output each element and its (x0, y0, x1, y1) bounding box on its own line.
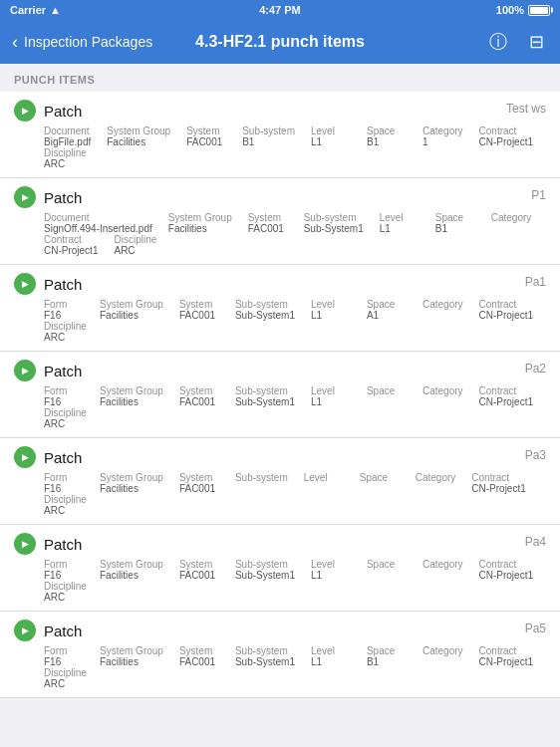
field-group: LevelL1 (311, 559, 351, 581)
field-group: DisciplineARC (44, 147, 87, 169)
field-group: System GroupFacilities (107, 125, 170, 147)
field-group: DisciplineARC (44, 407, 87, 429)
nav-icons: ⓘ ⊟ (486, 30, 548, 54)
patch-fields: FormF16System GroupFacilitiesSystemFAC00… (44, 472, 546, 516)
field-group: SystemFAC001 (179, 299, 219, 321)
back-label: Inspection Packages (24, 34, 152, 50)
field-label: Contract (471, 472, 525, 483)
field-group: System GroupFacilities (168, 212, 232, 234)
field-value: F16 (44, 656, 84, 667)
field-value: FAC001 (179, 483, 219, 494)
field-label: Sub-system (242, 125, 295, 136)
field-label: Discipline (44, 321, 87, 332)
field-label: Sub-system (304, 212, 364, 223)
field-group: System GroupFacilities (100, 299, 163, 321)
patch-fields: FormF16System GroupFacilitiesSystemFAC00… (44, 299, 546, 343)
field-label: Form (44, 385, 84, 396)
field-group: ContractCN-Project1 (471, 472, 525, 494)
field-value: CN-Project1 (479, 310, 533, 321)
field-value: B1 (367, 656, 407, 667)
field-group: Category (491, 212, 532, 234)
patch-id: Pa4 (525, 535, 546, 549)
patch-play-icon (14, 533, 36, 555)
patch-fields: FormF16System GroupFacilitiesSystemFAC00… (44, 645, 546, 689)
patch-card[interactable]: PatchPa5FormF16System GroupFacilitiesSys… (0, 612, 560, 698)
field-group: Sub-systemSub-System1 (235, 299, 295, 321)
field-value: F16 (44, 396, 84, 407)
field-group: FormF16 (44, 385, 84, 407)
patch-card[interactable]: PatchPa1FormF16System GroupFacilitiesSys… (0, 265, 560, 352)
patch-card[interactable]: PatchPa2FormF16System GroupFacilitiesSys… (0, 352, 560, 438)
field-label: Space (367, 385, 407, 396)
field-value: ARC (44, 592, 87, 603)
patch-title: Patch (44, 449, 82, 466)
field-group: SpaceB1 (367, 645, 407, 667)
field-label: Space (367, 299, 407, 310)
info-icon[interactable]: ⓘ (486, 30, 510, 54)
patch-fields: DocumentSignOff.494-Inserted.pdfSystem G… (44, 212, 546, 256)
field-label: Level (304, 472, 344, 483)
back-button[interactable]: ‹ Inspection Packages (12, 33, 152, 51)
field-value: ARC (44, 158, 87, 169)
field-label: Sub-system (235, 385, 295, 396)
field-group: Sub-systemSub-System1 (235, 645, 295, 667)
field-label: Category (422, 125, 463, 136)
patch-card[interactable]: PatchPa4FormF16System GroupFacilitiesSys… (0, 525, 560, 612)
patch-list: PatchTest wsDocumentBigFile.pdfSystem Gr… (0, 92, 560, 698)
field-label: System (179, 299, 219, 310)
field-value: ARC (44, 332, 87, 343)
field-value: SignOff.494-Inserted.pdf (44, 223, 152, 234)
field-value: 1 (422, 136, 463, 147)
patch-card[interactable]: PatchP1DocumentSignOff.494-Inserted.pdfS… (0, 178, 560, 265)
field-label: Level (311, 645, 351, 656)
field-label: Sub-system (235, 299, 295, 310)
field-label: System Group (100, 559, 163, 570)
field-group: SystemFAC001 (248, 212, 288, 234)
battery-percent: 100% (496, 4, 524, 16)
filter-icon[interactable]: ⊟ (524, 31, 548, 53)
field-value: Facilities (100, 656, 163, 667)
status-time: 4:47 PM (259, 4, 301, 16)
section-header: PUNCH ITEMS (0, 64, 560, 92)
field-group: FormF16 (44, 559, 84, 581)
field-value: Facilities (168, 223, 232, 234)
field-value: FAC001 (179, 570, 219, 581)
field-group: Sub-system (235, 472, 288, 494)
field-label: Form (44, 299, 84, 310)
field-label: Category (416, 472, 456, 483)
field-label: System Group (100, 645, 163, 656)
field-label: Form (44, 559, 84, 570)
patch-card[interactable]: PatchPa3FormF16System GroupFacilitiesSys… (0, 438, 560, 525)
field-group: ContractCN-Project1 (479, 299, 533, 321)
field-value: Sub-System1 (304, 223, 364, 234)
field-label: System (179, 472, 219, 483)
nav-title: 4.3-HF2.1 punch items (195, 33, 365, 51)
field-value: ARC (44, 678, 87, 689)
patch-card[interactable]: PatchTest wsDocumentBigFile.pdfSystem Gr… (0, 92, 560, 178)
field-group: Category (422, 645, 463, 667)
field-group: Category (422, 299, 463, 321)
field-group: DisciplineARC (44, 494, 87, 516)
field-group: Sub-systemSub-System1 (235, 559, 295, 581)
field-value: CN-Project1 (479, 396, 533, 407)
field-group: DisciplineARC (44, 581, 87, 603)
field-group: Sub-systemSub-System1 (235, 385, 295, 407)
field-group: Category (416, 472, 456, 494)
patch-title: Patch (44, 536, 82, 553)
carrier-label: Carrier (10, 4, 46, 16)
field-group: FormF16 (44, 472, 84, 494)
field-label: Contract (479, 645, 533, 656)
field-value: L1 (380, 223, 420, 234)
status-bar: Carrier ▲ 4:47 PM 100% (0, 0, 560, 20)
patch-id: P1 (531, 188, 546, 202)
field-label: Space (367, 559, 407, 570)
field-value: A1 (367, 310, 407, 321)
field-label: System (248, 212, 288, 223)
field-group: Category (422, 385, 463, 407)
field-group: SpaceB1 (367, 125, 407, 147)
field-label: Space (360, 472, 400, 483)
field-label: Discipline (44, 581, 87, 592)
field-group: FormF16 (44, 299, 84, 321)
field-value: CN-Project1 (479, 570, 533, 581)
field-label: Document (44, 125, 91, 136)
